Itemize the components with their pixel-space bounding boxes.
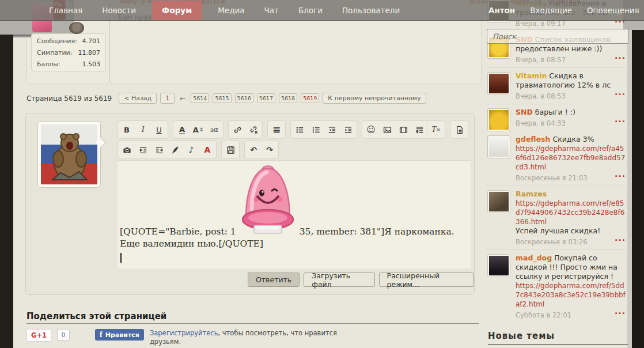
spoiler-button[interactable] [135, 142, 150, 157]
username-color-button[interactable] [200, 142, 215, 157]
message-time: ···Суббота в 22:01 [516, 311, 626, 320]
user-stats-box: Сообщения: 4.701 Симпатии: 11.807 Баллы:… [31, 33, 106, 71]
code-button[interactable] [151, 142, 166, 157]
page-button[interactable]: 5615 [213, 93, 231, 103]
upload-file-button[interactable]: Загрузить файл [304, 273, 374, 287]
editor-buttons: Ответить Загрузить файл Расширенный режи… [248, 273, 474, 287]
share-row: G+1 0 f Нравится Зарегистрируйтесь, чтоб… [26, 329, 350, 346]
avatar-ramzes[interactable] [488, 191, 510, 213]
spoiler-icon [139, 146, 147, 154]
message-menu-dots[interactable]: ··· [615, 55, 626, 62]
avatar-gdeflesh[interactable] [488, 136, 510, 158]
nav-forum-active[interactable]: Форум [152, 1, 202, 20]
undo-button[interactable] [246, 142, 261, 157]
main-nav: Главная Новости Форум Медиа Чат Блоги По… [49, 0, 400, 20]
chat-message: VitaminСкидка в травматологию 12% в лс ·… [487, 67, 628, 104]
fb-like-button[interactable]: f Нравится [95, 329, 144, 341]
sidebar: RamzesНаправления в травматологию - Зай … [487, 0, 628, 348]
editor-toolbar-row1 [118, 120, 429, 139]
message-menu-dots[interactable]: ··· [615, 311, 626, 317]
page-button-current[interactable]: 5619 [301, 93, 319, 103]
quill-button[interactable] [168, 142, 183, 157]
chat-message: mad_dogПокупай со скидкой !!! Просто жми… [487, 249, 628, 323]
advanced-mode-button[interactable]: Расширенный режим... [379, 273, 474, 287]
chat-message: Ramzes https://gdepharma.com/ref/e85d7f9… [487, 186, 628, 249]
own-avatar[interactable] [37, 121, 101, 188]
image-button[interactable] [380, 122, 395, 137]
indent-icon [344, 126, 353, 134]
username-link[interactable]: Vitamin [516, 71, 547, 80]
nav-account[interactable]: Антон [488, 6, 515, 15]
avatar-vitamin[interactable] [488, 73, 510, 94]
avatar-snd[interactable] [488, 109, 510, 131]
save-draft-button[interactable] [223, 142, 238, 157]
username-link[interactable]: SND [516, 108, 533, 116]
indent-button[interactable] [340, 122, 355, 137]
stat-likes: Симпатии: 11.807 [32, 49, 105, 56]
username-link[interactable]: gdeflesh [516, 135, 550, 143]
nav-blogs[interactable]: Блоги [298, 6, 323, 15]
redo-button[interactable] [262, 142, 277, 157]
font-size-button[interactable] [191, 122, 206, 137]
chat-message: gdefleshСкидка 3% https://gdepharma.com/… [487, 131, 628, 186]
camera-icon [123, 146, 131, 154]
chat-message: SNDбарыги ! :) ···Вчера, в 04:33 [487, 104, 628, 131]
register-link[interactable]: Зарегистрируйтесь [150, 329, 218, 337]
scrollbar-track[interactable] [627, 30, 632, 348]
message-menu-dots[interactable]: ··· [615, 173, 626, 180]
media-button[interactable] [396, 122, 411, 137]
editor-content-area[interactable]: [QUOTE="Barbie, post: 1 35, member: 381"… [118, 160, 471, 268]
link-button[interactable] [230, 122, 245, 137]
nav-media[interactable]: Медиа [218, 6, 244, 15]
page-1-button[interactable]: 1 [160, 93, 175, 104]
outdent-icon [328, 126, 336, 134]
smilies-button[interactable] [363, 122, 378, 137]
search-placeholder: Поиск [493, 32, 516, 41]
referral-link[interactable]: https://gdepharma.com/ref/5dd7c843e203a8… [516, 282, 626, 308]
prev-arrow[interactable]: ← [180, 94, 185, 103]
referral-link[interactable]: https://gdepharma.com/ref/e85d7f94490674… [516, 199, 624, 226]
search-input[interactable]: Поиск [487, 29, 629, 44]
quill-icon [171, 146, 180, 154]
nav-inbox[interactable]: Входящие [530, 6, 572, 15]
underline-button[interactable] [151, 122, 166, 137]
message-menu-dots[interactable]: ··· [615, 119, 626, 125]
outdent-button[interactable] [324, 122, 339, 137]
text-color-button[interactable] [175, 122, 190, 137]
unordered-list-icon [296, 126, 304, 134]
unlink-button[interactable] [246, 122, 261, 137]
ordered-list-button[interactable] [308, 122, 323, 137]
link-icon [233, 126, 242, 134]
page-button[interactable]: 5617 [257, 93, 275, 103]
quote-button[interactable] [412, 122, 427, 137]
music-button[interactable] [184, 142, 199, 157]
first-unread-button[interactable]: К первому непрочитанному [323, 93, 426, 104]
avatar-mad-dog[interactable] [488, 255, 510, 277]
bold-button[interactable] [119, 122, 134, 137]
nav-home[interactable]: Главная [49, 6, 82, 15]
new-topics-title: Новые темы [488, 331, 628, 345]
username-link[interactable]: mad_dog [516, 254, 552, 262]
referral-link[interactable]: https://gdepharma.com/ref/a456f6d126e867… [516, 145, 625, 171]
forum-page: Вам нравится это. тролль форума минуту н… [0, 0, 644, 348]
gplus-button[interactable]: G+1 [26, 329, 51, 342]
font-family-button[interactable] [207, 122, 222, 137]
remove-formatting-button[interactable] [429, 122, 444, 137]
drafts-button[interactable] [452, 122, 467, 137]
message-menu-dots[interactable]: ··· [615, 237, 626, 244]
italic-button[interactable] [135, 122, 150, 137]
unordered-list-button[interactable] [292, 122, 307, 137]
page-button[interactable]: 5614 [191, 93, 209, 103]
nav-chat[interactable]: Чат [264, 6, 279, 15]
gallery-button[interactable] [119, 142, 134, 157]
reply-button[interactable]: Ответить [248, 273, 300, 287]
username-link[interactable]: Ramzes [516, 190, 547, 198]
back-button[interactable]: < Назад [119, 93, 157, 104]
nav-users[interactable]: Пользователи [342, 6, 400, 15]
nav-news[interactable]: Новости [102, 6, 136, 15]
nav-alerts[interactable]: Оповещения [587, 6, 639, 15]
message-menu-dots[interactable]: ··· [615, 92, 626, 98]
alignment-button[interactable] [269, 122, 284, 137]
page-button[interactable]: 5618 [279, 93, 297, 103]
page-button[interactable]: 5616 [235, 93, 253, 103]
